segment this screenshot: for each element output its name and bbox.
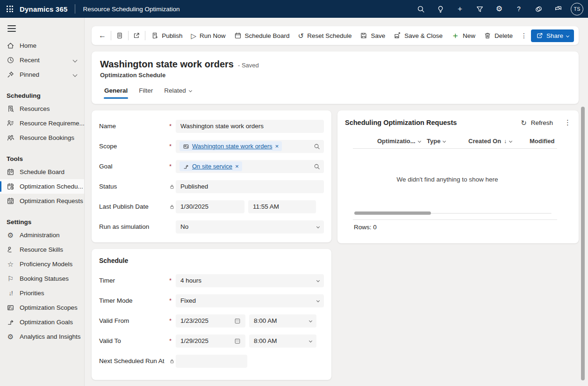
flag-icon: ⚐ bbox=[7, 275, 14, 282]
calendar-icon bbox=[234, 338, 241, 344]
sidebar-item-recent[interactable]: Recent bbox=[0, 53, 84, 67]
calendar-icon bbox=[234, 32, 242, 39]
popout-icon[interactable] bbox=[129, 29, 143, 42]
valid-to-time-dropdown[interactable]: 8:00 AM bbox=[249, 335, 316, 348]
lock-icon bbox=[169, 204, 176, 210]
chevron-down-icon bbox=[566, 34, 569, 37]
field-timer-mode: Timer Mode Fixed bbox=[92, 291, 331, 311]
delete-button[interactable]: Delete bbox=[480, 29, 517, 42]
help-icon[interactable]: ? bbox=[509, 0, 529, 18]
filter-icon[interactable] bbox=[470, 0, 489, 18]
required-icon bbox=[169, 297, 176, 304]
environment-rings-icon[interactable] bbox=[529, 0, 548, 18]
lightbulb-icon[interactable] bbox=[430, 0, 450, 18]
user-avatar[interactable]: TS bbox=[571, 3, 583, 15]
field-timer: Timer 4 hours bbox=[92, 270, 331, 291]
sidebar-section-settings: Settings bbox=[0, 216, 84, 228]
valid-from-time-dropdown[interactable]: 8:00 AM bbox=[249, 314, 316, 328]
goal-record-pill[interactable]: On site service × bbox=[179, 161, 242, 171]
sidebar-item-resource-bookings[interactable]: Resource Bookings bbox=[0, 131, 84, 145]
tab-filter[interactable]: Filter bbox=[135, 84, 157, 99]
new-button[interactable]: ＋New bbox=[447, 29, 480, 42]
sidebar-item-priorities[interactable]: ↓! Priorities bbox=[0, 286, 84, 300]
sidebar-item-resources[interactable]: Resources bbox=[0, 102, 84, 116]
lookup-search-icon[interactable] bbox=[314, 143, 320, 150]
trash-icon bbox=[484, 32, 491, 39]
quick-create-icon[interactable]: ＋ bbox=[450, 0, 470, 18]
sidebar-item-optimization-goals[interactable]: Optimization Goals bbox=[0, 315, 84, 329]
field-last-publish-date: Last Publish Date 1/30/2025 11:55 AM bbox=[92, 197, 331, 217]
column-type[interactable]: Type bbox=[427, 138, 445, 145]
sidebar-item-resource-requirements[interactable]: Resource Requireme... bbox=[0, 116, 84, 131]
required-icon bbox=[169, 163, 176, 170]
valid-from-date-input[interactable]: 1/23/2025 bbox=[176, 314, 245, 328]
command-overflow-icon[interactable]: ⋮ bbox=[517, 29, 531, 42]
sidebar: Home Recent Pinned Scheduling Resources … bbox=[0, 18, 85, 386]
sidebar-item-home[interactable]: Home bbox=[0, 38, 84, 53]
back-button[interactable]: ← bbox=[95, 29, 109, 42]
column-modified[interactable]: Modified bbox=[530, 138, 558, 145]
search-icon[interactable] bbox=[411, 0, 430, 18]
lookup-search-icon[interactable] bbox=[314, 163, 320, 170]
form-selector-icon[interactable] bbox=[113, 29, 127, 42]
feedback-chat-icon[interactable] bbox=[548, 0, 568, 18]
entity-name: Optimization Schedule bbox=[100, 72, 570, 79]
grid-header-row: Optimizatio... Type Created On↓ Modified bbox=[337, 135, 579, 149]
panel-overflow-icon[interactable]: ⋮ bbox=[564, 118, 571, 127]
sidebar-item-proficiency-models[interactable]: ☆ Proficiency Models bbox=[0, 257, 84, 271]
remove-icon[interactable]: × bbox=[235, 163, 239, 170]
record-title: Washington state work orders bbox=[100, 59, 234, 70]
save-close-button[interactable]: Save & Close bbox=[389, 29, 447, 42]
save-button[interactable]: Save bbox=[356, 29, 389, 42]
goal-lookup[interactable]: On site service × bbox=[176, 160, 324, 173]
gear-icon: ⚙ bbox=[7, 232, 14, 239]
scope-lookup[interactable]: A Washington state work orders × bbox=[176, 140, 324, 153]
chevron-down-icon bbox=[316, 225, 320, 228]
sidebar-item-optimization-scopes[interactable]: A Optimization Scopes bbox=[0, 300, 84, 315]
sidebar-section-tools: Tools bbox=[0, 153, 84, 165]
column-optimization[interactable]: Optimizatio... bbox=[377, 138, 421, 145]
share-button[interactable]: Share bbox=[531, 29, 574, 42]
sidebar-item-pinned[interactable]: Pinned bbox=[0, 67, 84, 82]
command-bar: ← Publish ▷Run Now Schedule Board ↺Reset… bbox=[92, 26, 579, 45]
sidebar-item-administration[interactable]: ⚙ Administration bbox=[0, 228, 84, 242]
chevron-down-icon[interactable] bbox=[73, 58, 78, 63]
timer-dropdown[interactable]: 4 hours bbox=[176, 274, 324, 287]
clock-icon bbox=[7, 56, 14, 64]
tab-general[interactable]: General bbox=[100, 84, 132, 99]
sidebar-item-optimization-requests[interactable]: Optimization Requests bbox=[0, 194, 84, 208]
person-icon bbox=[7, 246, 14, 254]
required-icon bbox=[169, 317, 176, 324]
remove-icon[interactable]: × bbox=[275, 143, 279, 150]
hamburger-menu-icon[interactable] bbox=[7, 25, 16, 32]
sidebar-item-booking-statuses[interactable]: ⚐ Booking Statuses bbox=[0, 271, 84, 286]
sidebar-item-analytics-insights[interactable]: ⚙ Analytics and Insights bbox=[0, 329, 84, 344]
run-now-button[interactable]: ▷Run Now bbox=[186, 29, 229, 42]
reset-schedule-button[interactable]: ↺Reset Schedule bbox=[294, 29, 356, 42]
goal-arrow-icon bbox=[7, 318, 14, 326]
sidebar-item-optimization-schedules[interactable]: Optimization Schedu... bbox=[0, 179, 84, 194]
chevron-down-icon[interactable] bbox=[73, 73, 78, 77]
vertical-scrollbar-thumb[interactable] bbox=[581, 107, 585, 380]
waffle-icon[interactable] bbox=[7, 6, 13, 12]
timer-mode-dropdown[interactable]: Fixed bbox=[176, 294, 324, 307]
sidebar-item-schedule-board[interactable]: Schedule Board bbox=[0, 165, 84, 179]
product-name[interactable]: Dynamics 365 bbox=[20, 5, 67, 13]
section-title: Schedule bbox=[92, 254, 331, 268]
valid-to-date-input[interactable]: 1/29/2025 bbox=[176, 335, 245, 348]
column-created-on[interactable]: Created On↓ bbox=[468, 138, 512, 145]
publish-button[interactable]: Publish bbox=[147, 29, 186, 42]
refresh-button[interactable]: ↻ Refresh bbox=[521, 119, 553, 126]
refresh-icon: ↻ bbox=[521, 119, 527, 126]
status-input: Published bbox=[176, 180, 324, 193]
app-name[interactable]: Resource Scheduling Optimization bbox=[83, 6, 179, 13]
sidebar-item-resource-skills[interactable]: Resource Skills bbox=[0, 242, 84, 257]
simulation-dropdown[interactable]: No bbox=[176, 220, 324, 233]
tab-related[interactable]: Related bbox=[160, 84, 196, 99]
name-input[interactable]: Washington state work orders bbox=[176, 120, 324, 133]
schedule-board-button[interactable]: Schedule Board bbox=[230, 29, 294, 42]
settings-gear-icon[interactable]: ⚙ bbox=[489, 0, 509, 18]
field-run-as-simulation: Run as simulation No bbox=[92, 217, 331, 237]
scope-record-pill[interactable]: A Washington state work orders × bbox=[179, 141, 282, 151]
horizontal-scrollbar-thumb[interactable] bbox=[354, 211, 431, 215]
